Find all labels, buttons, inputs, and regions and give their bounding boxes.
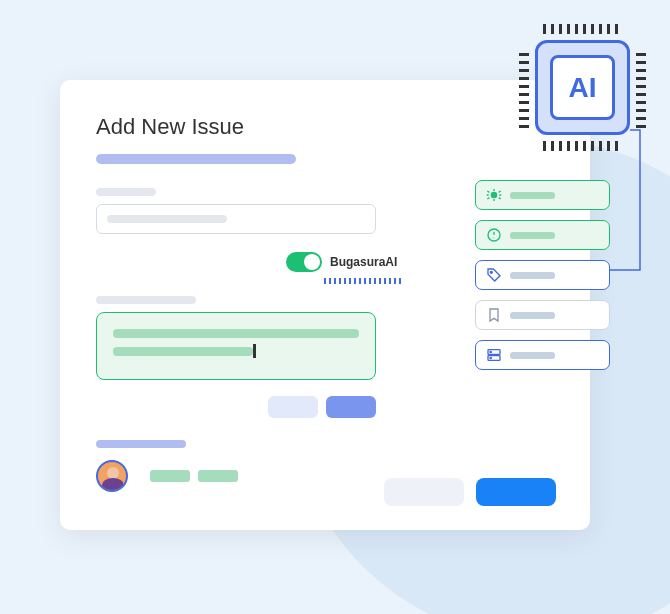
server-icon [486,347,502,363]
cancel-button[interactable] [384,478,464,506]
text-cursor [253,344,256,358]
avatar[interactable] [96,460,128,492]
input-placeholder [107,215,227,223]
secondary-small-button[interactable] [268,396,318,418]
chip-pins-icon [543,24,623,34]
svg-point-7 [490,351,491,352]
svg-point-2 [491,192,498,199]
pill[interactable] [150,470,190,482]
assignee-label [96,440,186,448]
svg-point-4 [490,271,492,273]
ai-chip-label: AI [550,55,615,120]
description-textarea[interactable] [96,312,376,380]
ai-toggle[interactable] [286,252,322,272]
field-label [96,188,156,196]
suggestion-bug[interactable] [475,180,610,210]
suggestion-priority[interactable] [475,220,610,250]
title-underline [96,154,296,164]
suggestion-text [510,192,555,199]
tag-pills [150,470,238,482]
svg-point-8 [490,357,491,358]
primary-small-button[interactable] [326,396,376,418]
decorative-hashes [324,278,404,284]
suggestion-text [510,232,555,239]
field-label [96,296,196,304]
text-line [113,347,253,356]
chip-pins-icon [543,141,623,151]
submit-button[interactable] [476,478,556,506]
ai-suggestions-column [475,180,610,370]
footer-buttons [384,478,556,506]
bookmark-icon [486,307,502,323]
tag-icon [486,267,502,283]
page-title: Add New Issue [96,114,554,140]
title-input[interactable] [96,204,376,234]
chip-pins-icon [636,48,646,128]
textarea-buttons [96,396,376,418]
chip-pins-icon [519,48,529,128]
text-line [113,329,359,338]
suggestion-text [510,312,555,319]
suggestion-environment[interactable] [475,340,610,370]
ai-toggle-label: BugasuraAI [330,255,397,269]
suggestion-tag[interactable] [475,260,610,290]
ai-chip: AI [525,30,640,145]
suggestion-text [510,272,555,279]
alert-icon [486,227,502,243]
bug-icon [486,187,502,203]
suggestion-bookmark[interactable] [475,300,610,330]
suggestion-text [510,352,555,359]
pill[interactable] [198,470,238,482]
